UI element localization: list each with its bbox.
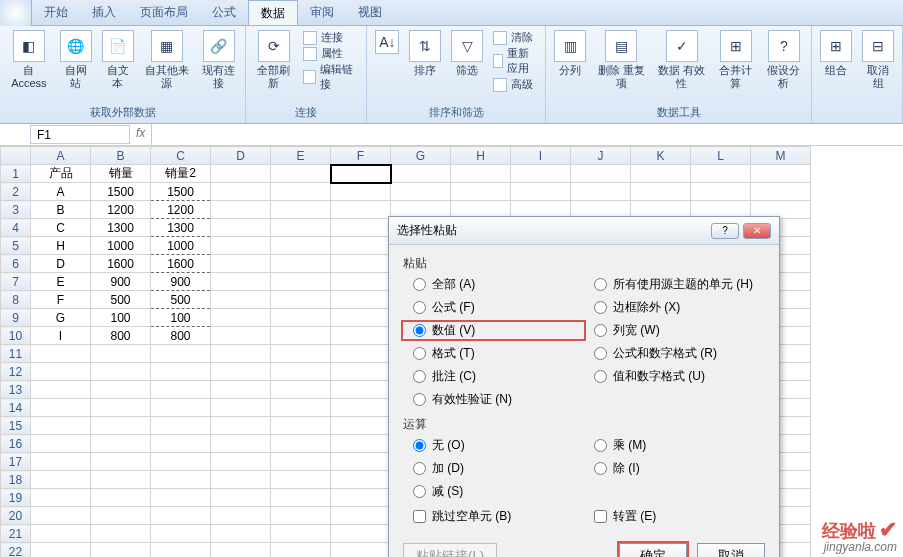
row-header-20[interactable]: 20 xyxy=(1,507,31,525)
row-header-5[interactable]: 5 xyxy=(1,237,31,255)
row-header-19[interactable]: 19 xyxy=(1,489,31,507)
whatif-button[interactable]: ?假设分析 xyxy=(761,28,807,92)
cell-I1[interactable] xyxy=(511,165,571,183)
cell-D14[interactable] xyxy=(211,399,271,417)
cell-D1[interactable] xyxy=(211,165,271,183)
cell-F19[interactable] xyxy=(331,489,391,507)
row-header-16[interactable]: 16 xyxy=(1,435,31,453)
row-header-8[interactable]: 8 xyxy=(1,291,31,309)
col-header-A[interactable]: A xyxy=(31,147,91,165)
cell-C4[interactable]: 1300 xyxy=(151,219,211,237)
col-header-H[interactable]: H xyxy=(451,147,511,165)
cell-E12[interactable] xyxy=(271,363,331,381)
cell-I2[interactable] xyxy=(511,183,571,201)
cell-E5[interactable] xyxy=(271,237,331,255)
cell-L1[interactable] xyxy=(691,165,751,183)
op-sub-radio[interactable]: 减 (S) xyxy=(403,483,584,500)
cell-A9[interactable]: G xyxy=(31,309,91,327)
cell-F1[interactable] xyxy=(331,165,391,183)
from-text-button[interactable]: 📄自文本 xyxy=(98,28,138,92)
paste-all-radio[interactable]: 全部 (A) xyxy=(403,276,584,293)
cell-F7[interactable] xyxy=(331,273,391,291)
from-web-button[interactable]: 🌐自网站 xyxy=(56,28,96,92)
cell-B3[interactable]: 1200 xyxy=(91,201,151,219)
col-header-M[interactable]: M xyxy=(751,147,811,165)
cell-C13[interactable] xyxy=(151,381,211,399)
cell-E15[interactable] xyxy=(271,417,331,435)
cell-E9[interactable] xyxy=(271,309,331,327)
op-add-radio[interactable]: 加 (D) xyxy=(403,460,584,477)
cell-D3[interactable] xyxy=(211,201,271,219)
row-header-2[interactable]: 2 xyxy=(1,183,31,201)
row-header-4[interactable]: 4 xyxy=(1,219,31,237)
col-header-F[interactable]: F xyxy=(331,147,391,165)
cell-D16[interactable] xyxy=(211,435,271,453)
cell-A6[interactable]: D xyxy=(31,255,91,273)
cell-E7[interactable] xyxy=(271,273,331,291)
cell-C20[interactable] xyxy=(151,507,211,525)
paste-formula-radio[interactable]: 公式 (F) xyxy=(403,299,584,316)
cell-B7[interactable]: 900 xyxy=(91,273,151,291)
cell-A11[interactable] xyxy=(31,345,91,363)
cell-A8[interactable]: F xyxy=(31,291,91,309)
cell-J1[interactable] xyxy=(571,165,631,183)
row-header-3[interactable]: 3 xyxy=(1,201,31,219)
select-all[interactable] xyxy=(1,147,31,165)
clear-filter-button[interactable]: 清除 xyxy=(493,30,537,45)
cell-H1[interactable] xyxy=(451,165,511,183)
edit-links-button[interactable]: 编辑链接 xyxy=(303,62,358,92)
cell-D17[interactable] xyxy=(211,453,271,471)
row-header-22[interactable]: 22 xyxy=(1,543,31,558)
cell-D15[interactable] xyxy=(211,417,271,435)
cell-E10[interactable] xyxy=(271,327,331,345)
cell-F13[interactable] xyxy=(331,381,391,399)
cell-B20[interactable] xyxy=(91,507,151,525)
cell-D22[interactable] xyxy=(211,543,271,558)
cell-G1[interactable] xyxy=(391,165,451,183)
cell-F2[interactable] xyxy=(331,183,391,201)
cell-E3[interactable] xyxy=(271,201,331,219)
office-button[interactable] xyxy=(0,0,32,26)
close-icon[interactable]: ✕ xyxy=(743,223,771,239)
row-header-15[interactable]: 15 xyxy=(1,417,31,435)
op-div-radio[interactable]: 除 (I) xyxy=(584,460,765,477)
cell-D2[interactable] xyxy=(211,183,271,201)
cell-B18[interactable] xyxy=(91,471,151,489)
cell-B21[interactable] xyxy=(91,525,151,543)
cell-D10[interactable] xyxy=(211,327,271,345)
help-button[interactable]: ? xyxy=(711,223,739,239)
row-header-10[interactable]: 10 xyxy=(1,327,31,345)
tab-formula[interactable]: 公式 xyxy=(200,0,248,25)
from-other-button[interactable]: ▦自其他来源 xyxy=(140,28,194,92)
cell-D18[interactable] xyxy=(211,471,271,489)
paste-numfmt-radio[interactable]: 公式和数字格式 (R) xyxy=(584,345,765,362)
connections-button[interactable]: 连接 xyxy=(303,30,358,45)
cell-B6[interactable]: 1600 xyxy=(91,255,151,273)
paste-format-radio[interactable]: 格式 (T) xyxy=(403,345,584,362)
cell-C5[interactable]: 1000 xyxy=(151,237,211,255)
skip-blanks-checkbox[interactable]: 跳过空单元 (B) xyxy=(403,508,584,525)
properties-button[interactable]: 属性 xyxy=(303,46,358,61)
cell-C18[interactable] xyxy=(151,471,211,489)
paste-valid-radio[interactable]: 有效性验证 (N) xyxy=(403,391,584,408)
transpose-checkbox[interactable]: 转置 (E) xyxy=(584,508,765,525)
cell-C12[interactable] xyxy=(151,363,211,381)
sort-asc-button[interactable]: A↓ xyxy=(371,28,403,94)
cell-F8[interactable] xyxy=(331,291,391,309)
cell-J2[interactable] xyxy=(571,183,631,201)
cell-F6[interactable] xyxy=(331,255,391,273)
cell-B15[interactable] xyxy=(91,417,151,435)
remove-dup-button[interactable]: ▤删除 重复项 xyxy=(592,28,650,92)
cell-F11[interactable] xyxy=(331,345,391,363)
cell-A7[interactable]: E xyxy=(31,273,91,291)
cell-E18[interactable] xyxy=(271,471,331,489)
cell-A2[interactable]: A xyxy=(31,183,91,201)
row-header-14[interactable]: 14 xyxy=(1,399,31,417)
cell-B9[interactable]: 100 xyxy=(91,309,151,327)
cell-A22[interactable] xyxy=(31,543,91,558)
cell-C14[interactable] xyxy=(151,399,211,417)
cell-E17[interactable] xyxy=(271,453,331,471)
col-header-I[interactable]: I xyxy=(511,147,571,165)
data-valid-button[interactable]: ✓数据 有效性 xyxy=(653,28,711,92)
cell-C9[interactable]: 100 xyxy=(151,309,211,327)
